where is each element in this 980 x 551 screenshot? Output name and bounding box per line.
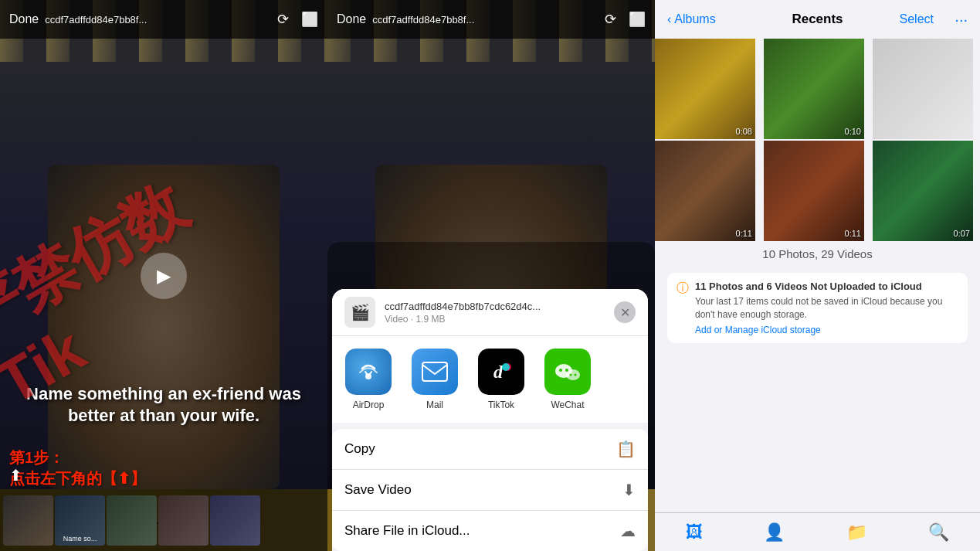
play-button-left[interactable]: ▶ — [141, 253, 187, 299]
crop-icon-left[interactable]: ⬜ — [301, 11, 318, 28]
mail-icon — [412, 349, 458, 395]
file-name-left: ccdf7adffdd84e7bb8f... — [45, 14, 265, 26]
video-text-left: Name something an ex-friend was better a… — [15, 383, 312, 427]
copy-label: Copy — [344, 441, 616, 457]
copy-icon: 📋 — [616, 440, 636, 458]
photo-cell-2[interactable]: 0:10 — [764, 39, 864, 139]
airdrop-icon — [345, 349, 392, 395]
warning-icon: ⓘ — [677, 281, 689, 297]
share-icon-left[interactable]: ⬆ — [9, 466, 22, 485]
step1-label: 第1步： 点击左下角的【⬆】 — [9, 447, 146, 489]
for-you-tab-icon[interactable]: 👤 — [764, 522, 785, 542]
photo-cell-6[interactable]: 0:07 — [873, 141, 973, 241]
photo-cell-5[interactable]: 0:11 — [764, 141, 864, 241]
thumb-3[interactable] — [107, 495, 157, 546]
icloud-warning-header: 11 Photos and 6 Videos Not Uploaded to i… — [695, 281, 958, 292]
svg-rect-1 — [422, 362, 447, 381]
left-top-bar: Done ccdf7adffdd84e7bb8f... ⟳ ⬜ — [0, 0, 327, 39]
photos-header: ‹ Albums Recents Select ··· — [655, 0, 980, 39]
video-person-left — [48, 165, 280, 489]
done-button-left[interactable]: Done — [9, 12, 39, 26]
tiktok-label: TikTok — [488, 400, 514, 410]
bottom-thumbnails-left: Name so... — [0, 489, 327, 551]
crop-icon-mid[interactable]: ⬜ — [629, 11, 646, 28]
share-app-wechat[interactable]: WeChat — [541, 349, 595, 410]
photo-duration-5: 0:11 — [845, 229, 861, 238]
thumb-2[interactable]: Name so... — [55, 495, 105, 546]
save-video-icon: ⬇ — [622, 481, 636, 499]
file-details: ccdf7adffdd84e7bb8fb7cdc62d4c... Video ·… — [385, 301, 605, 325]
share-icloud-icon: ☁ — [620, 522, 636, 540]
thumb-text-2: Name so... — [63, 535, 97, 542]
thumb-5[interactable] — [210, 495, 260, 546]
search-tab-icon[interactable]: 🔍 — [928, 522, 949, 542]
share-file-info: 🎬 ccdf7adffdd84e7bb8fb7cdc62d4c... Video… — [332, 289, 648, 336]
mid-top-bar: Done ccdf7adffdd84e7bb8f... ⟳ ⬜ — [327, 0, 655, 39]
thumb-inner-4 — [158, 495, 209, 546]
albums-label: Albums — [674, 12, 715, 26]
svg-point-8 — [565, 369, 568, 372]
photo-cell-3[interactable] — [873, 39, 973, 139]
share-icloud-label: Share File in iCloud... — [344, 523, 620, 539]
rotate-icon-left[interactable]: ⟳ — [277, 11, 289, 28]
svg-point-4 — [502, 363, 510, 371]
chevron-left-icon: ‹ — [667, 12, 671, 26]
save-video-action[interactable]: Save Video ⬇ — [332, 470, 648, 511]
wechat-label: WeChat — [551, 400, 584, 410]
svg-text:d: d — [493, 362, 504, 382]
save-video-label: Save Video — [344, 482, 622, 498]
thumb-1[interactable] — [3, 495, 53, 546]
icloud-warning-title: ⓘ 11 Photos and 6 Videos Not Uploaded to… — [677, 281, 958, 335]
photo-duration-4: 0:11 — [736, 229, 752, 238]
photo-duration-6: 0:07 — [954, 229, 970, 238]
svg-point-9 — [570, 374, 572, 376]
share-actions: Copy 📋 Save Video ⬇ Share File in iCloud… — [332, 429, 648, 551]
photo-cell-1[interactable]: 0:08 — [655, 39, 755, 139]
photos-count: 10 Photos, 29 Videos — [655, 241, 980, 267]
copy-action[interactable]: Copy 📋 — [332, 429, 648, 470]
mail-label: Mail — [426, 400, 443, 410]
wechat-icon — [544, 349, 591, 395]
photos-page-title: Recents — [792, 12, 843, 27]
step1-line1: 第1步： — [9, 449, 64, 466]
icloud-manage-link[interactable]: Add or Manage iCloud storage — [695, 325, 958, 335]
icloud-warning-content: 11 Photos and 6 Videos Not Uploaded to i… — [695, 281, 958, 335]
thumb-inner-1 — [3, 495, 53, 546]
thumb-inner-5 — [210, 495, 260, 546]
svg-point-10 — [575, 374, 577, 376]
thumb-inner-3 — [107, 495, 157, 546]
thumb-4[interactable] — [158, 495, 209, 546]
photo-duration-2: 0:10 — [845, 127, 861, 136]
right-photos-panel: ‹ Albums Recents Select ··· 0:08 0:10 0:… — [655, 0, 980, 551]
tiktok-icon: d — [478, 349, 524, 395]
share-apps-row: AirDrop Mail d TikTok — [332, 336, 648, 423]
done-button-mid[interactable]: Done — [337, 12, 366, 26]
share-sheet: 🎬 ccdf7adffdd84e7bb8fb7cdc62d4c... Video… — [332, 289, 648, 551]
share-app-airdrop[interactable]: AirDrop — [341, 349, 395, 410]
svg-point-6 — [566, 369, 580, 380]
step1-line2: 点击左下角的【⬆】 — [9, 470, 146, 487]
albums-tab-icon[interactable]: 📁 — [846, 522, 867, 542]
share-icloud-action[interactable]: Share File in iCloud... ☁ — [332, 511, 648, 551]
svg-point-7 — [559, 369, 562, 372]
file-icon: 🎬 — [344, 297, 375, 328]
share-app-mail[interactable]: Mail — [408, 349, 462, 410]
photos-tab-icon[interactable]: 🖼 — [686, 522, 703, 542]
airdrop-label: AirDrop — [353, 400, 385, 410]
photo-cell-4[interactable]: 0:11 — [655, 141, 755, 241]
photos-bottom-bar: 🖼 👤 📁 🔍 — [655, 512, 980, 551]
share-app-tiktok[interactable]: d TikTok — [474, 349, 528, 410]
icloud-warning: ⓘ 11 Photos and 6 Videos Not Uploaded to… — [667, 273, 968, 343]
photos-select-button[interactable]: Select — [900, 12, 934, 26]
share-file-name: ccdf7adffdd84e7bb8fb7cdc62d4c... — [385, 301, 601, 312]
photos-back-button[interactable]: ‹ Albums — [667, 12, 716, 26]
share-file-type: Video · 1.9 MB — [385, 314, 605, 325]
file-name-mid: ccdf7adffdd84e7bb8f... — [372, 14, 592, 26]
rotate-icon-mid[interactable]: ⟳ — [605, 11, 616, 28]
photos-grid-row2: 0:11 0:11 0:07 — [655, 141, 980, 241]
photos-more-button[interactable]: ··· — [955, 11, 968, 29]
icloud-warning-body: Your last 17 items could not be saved in… — [695, 295, 958, 321]
photo-duration-1: 0:08 — [736, 127, 752, 136]
photos-grid-row1: 0:08 0:10 — [655, 39, 980, 139]
close-share-button[interactable]: ✕ — [614, 301, 636, 323]
